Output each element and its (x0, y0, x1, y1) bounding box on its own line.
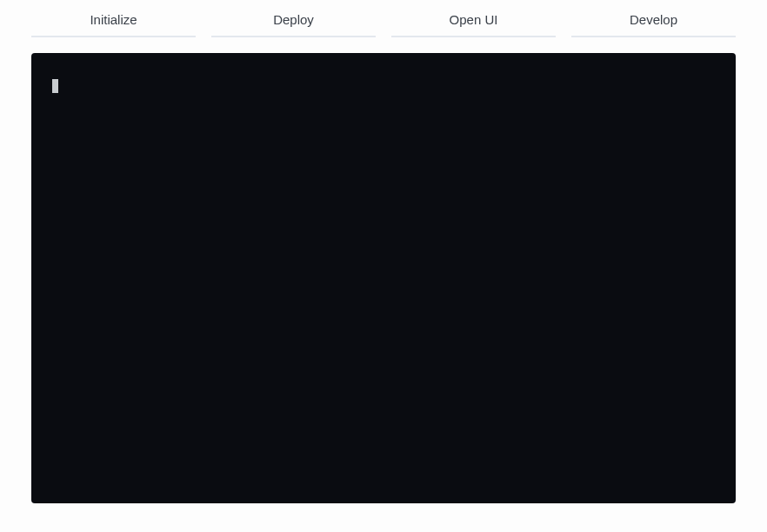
terminal-cursor-icon (52, 79, 58, 93)
tab-initialize[interactable]: Initialize (31, 0, 196, 37)
tab-develop[interactable]: Develop (571, 0, 736, 37)
tab-deploy[interactable]: Deploy (211, 0, 376, 37)
tab-label: Deploy (273, 12, 314, 27)
tab-open-ui[interactable]: Open UI (391, 0, 556, 37)
tab-bar: Initialize Deploy Open UI Develop (0, 0, 767, 37)
tab-label: Develop (630, 12, 677, 27)
tab-label: Open UI (450, 12, 498, 27)
terminal[interactable] (31, 53, 736, 503)
tab-label: Initialize (90, 12, 137, 27)
terminal-container (0, 37, 767, 521)
